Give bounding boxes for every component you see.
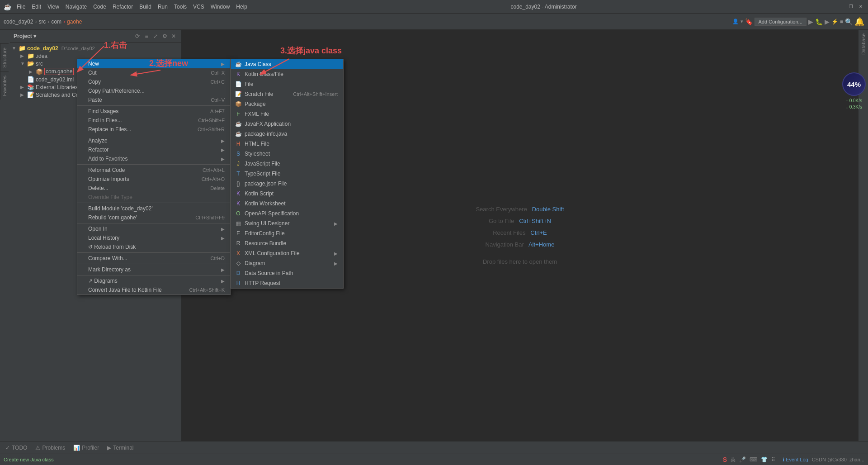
- notifications-icon[interactable]: 🔔: [854, 17, 864, 27]
- context-menu-compare[interactable]: Compare With... Ctrl+D: [77, 254, 230, 263]
- context-menu-reformat[interactable]: Reformat Code Ctrl+Alt+L: [77, 166, 230, 175]
- submenu-ts[interactable]: T TypeScript File: [231, 169, 343, 179]
- context-menu-optimize-imports[interactable]: Optimize Imports Ctrl+Alt+O: [77, 175, 230, 184]
- submenu-package[interactable]: 📦 Package: [231, 99, 343, 109]
- submenu-openapi[interactable]: O OpenAPI Specification: [231, 209, 343, 218]
- minimize-button[interactable]: —: [837, 3, 844, 10]
- panel-settings-icon[interactable]: ⚙: [160, 32, 169, 40]
- debug-button[interactable]: 🐛: [815, 18, 823, 25]
- context-menu-add-favorites[interactable]: Add to Favorites ▶: [77, 154, 230, 163]
- panel-sync-icon[interactable]: ⟳: [133, 32, 142, 40]
- extra-icon1[interactable]: 👕: [761, 456, 768, 463]
- breadcrumb-project[interactable]: code_day02: [4, 19, 33, 25]
- submenu-stylesheet[interactable]: S Stylesheet: [231, 149, 343, 159]
- context-menu-mark-dir[interactable]: Mark Directory as ▶: [77, 265, 230, 274]
- tab-problems[interactable]: ⚠ Problems: [32, 444, 69, 452]
- panel-expand-icon[interactable]: ⤢: [151, 32, 160, 40]
- submenu-kotlin-script[interactable]: K Kotlin Script: [231, 189, 343, 199]
- menu-vcs[interactable]: VCS: [190, 3, 207, 11]
- keyboard-icon[interactable]: ⌨: [750, 456, 757, 463]
- submenu-fxml[interactable]: F FXML File: [231, 109, 343, 119]
- context-menu-diagrams[interactable]: ↗ Diagrams ▶: [77, 276, 230, 285]
- submenu-javafx[interactable]: ☕ JavaFX Application: [231, 119, 343, 129]
- submenu-scratch-file[interactable]: 📝 Scratch File Ctrl+Alt+Shift+Insert: [231, 89, 343, 99]
- menu-build[interactable]: Build: [137, 3, 154, 11]
- run-button[interactable]: ▶: [808, 18, 813, 25]
- context-menu-new[interactable]: New ▶: [77, 59, 230, 68]
- account-icon[interactable]: 👤 ▾: [732, 19, 743, 24]
- submenu-xml-config[interactable]: X XML Configuration File ▶: [231, 248, 343, 258]
- submenu-kotlin-worksheet[interactable]: K Kotlin Worksheet: [231, 199, 343, 209]
- submenu-swing[interactable]: ▦ Swing UI Designer ▶: [231, 218, 343, 228]
- menu-help[interactable]: Help: [233, 3, 250, 11]
- submenu-file[interactable]: 📄 File: [231, 79, 343, 89]
- close-button[interactable]: ✕: [857, 3, 864, 10]
- new-submenu[interactable]: ☕ Java Class K Kotlin Class/File 📄 File …: [231, 59, 344, 289]
- submenu-datasource[interactable]: D Data Source in Path: [231, 268, 343, 278]
- restore-button[interactable]: ❐: [847, 3, 854, 10]
- submenu-http-request[interactable]: H HTTP Request: [231, 278, 343, 288]
- menu-tools[interactable]: Tools: [171, 3, 189, 11]
- bookmark-icon[interactable]: 🔖: [745, 18, 753, 25]
- submenu-package-info[interactable]: ☕ package-info.java: [231, 129, 343, 139]
- tree-item-root[interactable]: ▼ 📁 code_day02 D:\code_day02: [10, 44, 181, 52]
- vtab-database[interactable]: Database: [860, 32, 867, 57]
- context-menu-open-in[interactable]: Open In ▶: [77, 224, 230, 233]
- context-menu-convert-kotlin[interactable]: Convert Java File to Kotlin File Ctrl+Al…: [77, 285, 230, 294]
- submenu-kotlin-class[interactable]: K Kotlin Class/File: [231, 69, 343, 79]
- search-everywhere-icon[interactable]: 🔍: [845, 18, 853, 25]
- context-menu-refactor[interactable]: Refactor ▶: [77, 145, 230, 154]
- css-icon: S: [235, 150, 242, 157]
- submenu-editorconfig[interactable]: E EditorConfig File: [231, 228, 343, 238]
- submenu-java-class[interactable]: ☕ Java Class: [231, 59, 343, 69]
- menu-run[interactable]: Run: [155, 3, 170, 11]
- stop-button[interactable]: ■: [840, 19, 843, 25]
- csdn-link[interactable]: CSDN @Cx330_zhan...: [812, 457, 864, 462]
- menu-code[interactable]: Code: [90, 3, 109, 11]
- submenu-resource-bundle[interactable]: R Resource Bundle: [231, 238, 343, 248]
- net-stats: ↑ 0.0K/s ↓ 0.3K/s: [842, 98, 866, 110]
- submenu-diagram[interactable]: ◇ Diagram ▶: [231, 258, 343, 268]
- context-menu-reload[interactable]: ↺ Reload from Disk: [77, 242, 230, 251]
- breadcrumb-src[interactable]: src: [38, 19, 46, 25]
- submenu-html[interactable]: H HTML File: [231, 139, 343, 149]
- context-menu-copy-path[interactable]: Copy Path/Reference...: [77, 86, 230, 95]
- context-menu-copy[interactable]: Copy Ctrl+C: [77, 77, 230, 86]
- panel-close-icon[interactable]: ✕: [170, 32, 178, 40]
- context-menu-cut[interactable]: Cut Ctrl+X: [77, 68, 230, 77]
- tab-profiler[interactable]: 📊 Profiler: [70, 444, 103, 452]
- context-menu-delete[interactable]: Delete... Delete: [77, 184, 230, 193]
- menu-view[interactable]: View: [45, 3, 62, 11]
- menu-refactor[interactable]: Refactor: [110, 3, 136, 11]
- context-menu-find-files[interactable]: Find in Files... Ctrl+Shift+F: [77, 116, 230, 125]
- panel-collapse-icon[interactable]: ≡: [142, 32, 151, 40]
- menu-window[interactable]: Window: [208, 3, 233, 11]
- context-menu-rebuild[interactable]: Rebuild 'com.gaohe' Ctrl+Shift+F9: [77, 213, 230, 222]
- menu-edit[interactable]: Edit: [29, 3, 44, 11]
- submenu-package-json[interactable]: {} package.json File: [231, 179, 343, 189]
- vtab-structure[interactable]: Structure: [0, 43, 9, 71]
- mic-icon[interactable]: 🎤: [739, 456, 746, 463]
- profile-button[interactable]: ⚡: [831, 19, 838, 25]
- context-menu-find-usages[interactable]: Find Usages Alt+F7: [77, 107, 230, 116]
- vtab-favorites[interactable]: Favorites: [0, 71, 9, 100]
- extra-icon2[interactable]: ⠿: [771, 456, 775, 463]
- context-menu[interactable]: New ▶ Cut Ctrl+X Copy Ctrl+C Copy Path/R…: [77, 59, 231, 295]
- context-menu-build-module[interactable]: Build Module 'code_day02': [77, 204, 230, 213]
- tab-terminal[interactable]: ▶ Terminal: [104, 444, 137, 452]
- context-menu-paste[interactable]: Paste Ctrl+V: [77, 95, 230, 104]
- menu-navigate[interactable]: Navigate: [63, 3, 90, 11]
- tab-todo[interactable]: ✓ TODO: [2, 444, 31, 452]
- lang-indicator[interactable]: 英: [731, 456, 736, 463]
- breadcrumb-gaohe[interactable]: gaohe: [67, 19, 82, 25]
- context-menu-replace-files[interactable]: Replace in Files... Ctrl+Shift+R: [77, 125, 230, 134]
- event-log[interactable]: ℹ Event Log: [783, 457, 808, 463]
- context-menu-local-history[interactable]: Local History ▶: [77, 233, 230, 242]
- run-with-coverage-button[interactable]: ▶: [825, 18, 830, 25]
- submenu-js[interactable]: J JavaScript File: [231, 159, 343, 169]
- add-config-button[interactable]: Add Configuration...: [755, 18, 807, 26]
- breadcrumb-com[interactable]: com: [51, 19, 61, 25]
- menu-file[interactable]: File: [14, 3, 28, 11]
- input-method-icon[interactable]: S: [723, 456, 727, 463]
- context-menu-analyze[interactable]: Analyze ▶: [77, 136, 230, 145]
